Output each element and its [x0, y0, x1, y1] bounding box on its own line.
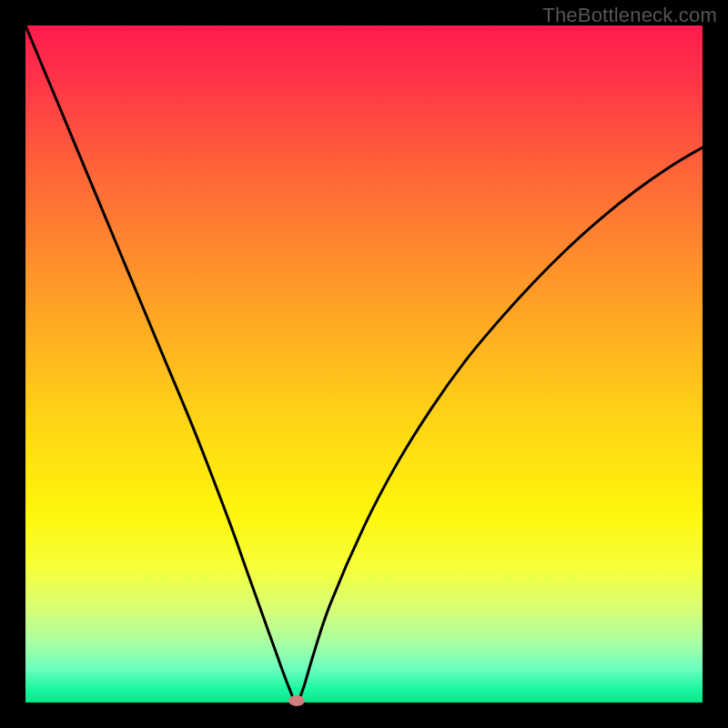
watermark-text: TheBottleneck.com: [542, 4, 717, 27]
bottleneck-curve: [25, 25, 703, 703]
curve-layer: [25, 25, 703, 703]
chart-frame: TheBottleneck.com: [0, 0, 728, 728]
plot-area: [25, 25, 703, 703]
minimum-marker: [288, 695, 305, 706]
